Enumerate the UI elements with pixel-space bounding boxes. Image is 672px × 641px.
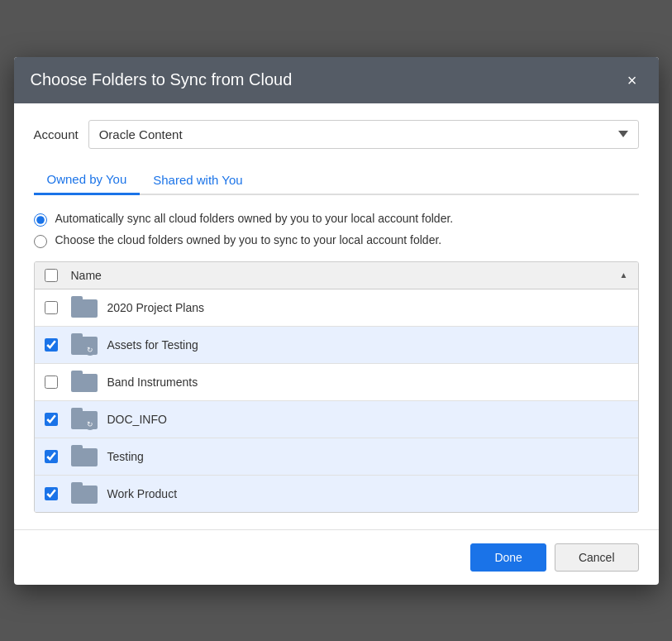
row-checkbox-4[interactable] xyxy=(45,413,58,426)
sync-overlay: ↻ xyxy=(84,419,96,430)
radio-choose-sync-input[interactable] xyxy=(34,235,47,248)
table-row: ↻ Assets for Testing xyxy=(35,327,638,364)
row-checkbox-3[interactable] xyxy=(45,376,58,389)
folder-shape xyxy=(71,445,98,466)
radio-auto-sync[interactable]: Automatically sync all cloud folders own… xyxy=(34,212,639,227)
account-select[interactable]: Oracle Content xyxy=(88,120,639,149)
radio-group: Automatically sync all cloud folders own… xyxy=(34,212,639,248)
row-name-5: Testing xyxy=(107,450,628,463)
cancel-button[interactable]: Cancel xyxy=(555,543,639,572)
tab-owned-by-you[interactable]: Owned by You xyxy=(34,165,141,195)
row-checkbox-6[interactable] xyxy=(45,487,58,500)
row-name-6: Work Product xyxy=(107,487,628,500)
account-row: Account Oracle Content xyxy=(34,120,639,149)
folder-shape xyxy=(71,482,98,504)
folder-icon-1 xyxy=(71,296,98,319)
row-name-3: Band Instruments xyxy=(107,376,628,389)
row-checkbox-2[interactable] xyxy=(45,338,58,352)
folder-icon-6 xyxy=(71,482,98,505)
folder-shape xyxy=(71,296,98,318)
dialog-content: Account Oracle Content Owned by You Shar… xyxy=(14,103,659,529)
table-row: Band Instruments xyxy=(35,364,638,401)
sort-icon: ▲ xyxy=(620,270,628,280)
table-row: Work Product xyxy=(35,476,638,512)
row-name-4: DOC_INFO xyxy=(107,413,628,426)
folder-table: Name ▲ 2020 Project Plans ↻ Assets for T… xyxy=(34,261,639,513)
radio-auto-sync-input[interactable] xyxy=(34,213,47,227)
row-checkbox-1[interactable] xyxy=(45,301,58,314)
folder-icon-2: ↻ xyxy=(71,333,98,356)
tabs-container: Owned by You Shared with You xyxy=(34,165,639,195)
header-checkbox[interactable] xyxy=(45,269,58,282)
table-row: Testing xyxy=(35,438,638,476)
folder-icon-5 xyxy=(71,445,98,468)
sync-overlay: ↻ xyxy=(84,344,96,356)
row-name-2: Assets for Testing xyxy=(107,338,628,352)
folder-icon-4: ↻ xyxy=(71,408,98,431)
folder-shape xyxy=(71,371,98,392)
done-button[interactable]: Done xyxy=(470,543,546,572)
close-button[interactable]: × xyxy=(622,70,642,90)
dialog-title: Choose Folders to Sync from Cloud xyxy=(31,70,293,89)
table-header: Name ▲ xyxy=(35,262,638,289)
table-row: 2020 Project Plans xyxy=(35,289,638,327)
row-checkbox-5[interactable] xyxy=(45,450,58,463)
column-name-header: Name xyxy=(71,269,620,282)
account-label: Account xyxy=(34,127,79,141)
tab-shared-with-you[interactable]: Shared with You xyxy=(140,165,255,195)
row-name-1: 2020 Project Plans xyxy=(107,301,628,314)
choose-folders-dialog: Choose Folders to Sync from Cloud × Acco… xyxy=(14,57,659,585)
folder-icon-3 xyxy=(71,371,98,394)
table-row: ↻ DOC_INFO xyxy=(35,401,638,438)
dialog-footer: Done Cancel xyxy=(14,529,659,585)
radio-choose-sync[interactable]: Choose the cloud folders owned by you to… xyxy=(34,233,639,248)
title-bar: Choose Folders to Sync from Cloud × xyxy=(14,57,659,103)
